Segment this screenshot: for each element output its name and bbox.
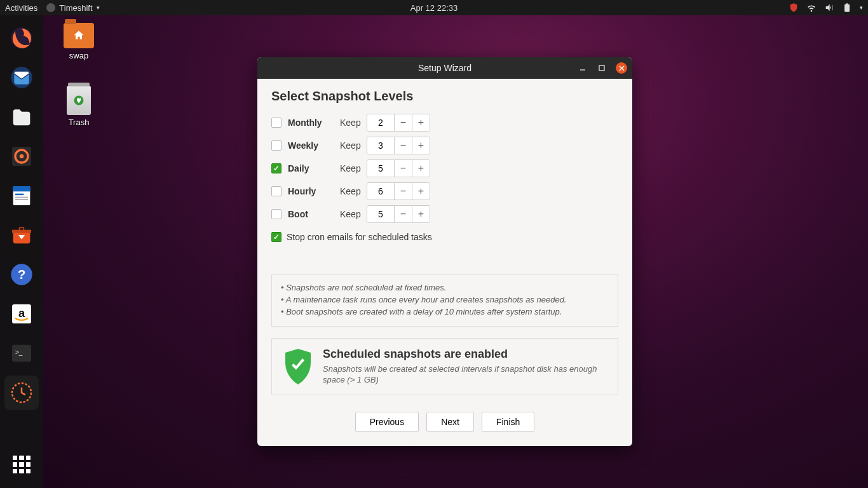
appmenu-label: Timeshift	[59, 3, 92, 13]
top-panel: Activities Timeshift ▾ Apr 12 22:33 ▾	[0, 0, 868, 15]
system-menu-chevron-icon[interactable]: ▾	[860, 4, 863, 11]
wifi-icon[interactable]	[806, 3, 817, 13]
svg-rect-20	[599, 65, 604, 71]
status-box: Scheduled snapshots are enabled Snapshot…	[271, 338, 618, 395]
level-label: Daily	[288, 163, 340, 173]
desktop-folder-swap[interactable]: swap	[64, 23, 94, 60]
keep-stepper: −+	[367, 205, 430, 223]
decrement-button[interactable]: −	[394, 114, 412, 131]
note-line: • A maintenance task runs once every hou…	[281, 294, 609, 306]
level-label: Weekly	[288, 140, 340, 151]
minimize-button[interactable]	[578, 63, 588, 73]
keep-stepper: −+	[367, 137, 430, 154]
folder-icon	[64, 23, 94, 48]
page-heading: Select Snapshot Levels	[271, 89, 618, 104]
cron-checkbox[interactable]	[271, 232, 281, 242]
dock-rhythmbox[interactable]	[4, 139, 39, 173]
level-row-weekly: WeeklyKeep−+	[271, 137, 618, 154]
increment-button[interactable]: +	[412, 137, 430, 154]
clock[interactable]: Apr 12 22:33	[410, 3, 458, 13]
battery-icon[interactable]	[842, 3, 852, 13]
dock-firefox[interactable]	[4, 21, 39, 55]
decrement-button[interactable]: −	[394, 160, 412, 177]
activities-button[interactable]: Activities	[5, 3, 37, 13]
level-row-monthly: MonthlyKeep−+	[271, 114, 618, 132]
dock-timeshift[interactable]	[4, 376, 39, 410]
keep-value-input[interactable]	[367, 114, 394, 131]
increment-button[interactable]: +	[412, 183, 430, 200]
shield-check-icon	[282, 349, 314, 384]
trash-icon	[67, 86, 91, 115]
level-checkbox[interactable]	[271, 118, 281, 128]
increment-button[interactable]: +	[412, 160, 430, 177]
keep-stepper: −+	[367, 114, 430, 132]
level-checkbox[interactable]	[271, 209, 281, 219]
dock-files[interactable]	[4, 100, 39, 134]
decrement-button[interactable]: −	[394, 183, 412, 200]
level-row-daily: DailyKeep−+	[271, 159, 618, 177]
dock: ? a >_	[0, 15, 43, 488]
apps-grid-icon	[13, 456, 31, 473]
dock-help[interactable]: ?	[4, 257, 39, 292]
level-label: Hourly	[288, 186, 340, 196]
keep-stepper: −+	[367, 159, 430, 177]
level-checkbox[interactable]	[271, 140, 281, 151]
notes-box: • Snapshots are not scheduled at fixed t…	[271, 274, 618, 327]
volume-icon[interactable]	[824, 3, 834, 13]
level-row-boot: BootKeep−+	[271, 205, 618, 223]
maximize-button[interactable]	[597, 63, 607, 73]
level-checkbox[interactable]	[271, 163, 281, 173]
desktop-trash[interactable]: Trash	[64, 86, 94, 127]
svg-text:a: a	[18, 306, 25, 320]
chevron-down-icon: ▾	[97, 4, 100, 11]
decrement-button[interactable]: −	[394, 137, 412, 154]
dock-thunderbird[interactable]	[4, 60, 39, 95]
increment-button[interactable]: +	[412, 114, 430, 131]
keep-label: Keep	[340, 186, 367, 196]
keep-value-input[interactable]	[367, 160, 394, 177]
dock-show-applications[interactable]	[4, 447, 39, 482]
dock-writer[interactable]	[4, 179, 39, 213]
window-title: Setup Wizard	[418, 63, 471, 73]
keep-value-input[interactable]	[367, 206, 394, 222]
keep-label: Keep	[340, 209, 367, 219]
desktop-icons: swap Trash	[64, 23, 94, 127]
previous-button[interactable]: Previous	[355, 412, 419, 432]
svg-text:>_: >_	[15, 349, 23, 356]
level-row-hourly: HourlyKeep−+	[271, 182, 618, 200]
dock-software[interactable]	[4, 218, 39, 252]
svg-rect-8	[15, 197, 28, 198]
shield-tray-icon[interactable]	[789, 3, 799, 13]
svg-rect-6	[13, 186, 31, 191]
svg-point-4	[20, 154, 24, 159]
level-label: Monthly	[288, 118, 340, 128]
svg-rect-9	[15, 199, 28, 200]
note-line: • Snapshots are not scheduled at fixed t…	[281, 282, 609, 294]
status-subtitle: Snapshots will be created at selected in…	[323, 363, 607, 386]
svg-rect-10	[20, 227, 24, 231]
appmenu-button[interactable]: Timeshift ▾	[46, 3, 99, 13]
keep-value-input[interactable]	[367, 137, 394, 154]
status-title: Scheduled snapshots are enabled	[323, 348, 607, 361]
decrement-button[interactable]: −	[394, 206, 412, 222]
note-line: • Boot snapshots are created with a dela…	[281, 306, 609, 318]
increment-button[interactable]: +	[412, 206, 430, 222]
svg-text:?: ?	[18, 268, 25, 281]
keep-label: Keep	[340, 140, 367, 151]
keep-value-input[interactable]	[367, 183, 394, 200]
next-button[interactable]: Next	[426, 412, 474, 432]
desktop-label: swap	[69, 51, 88, 60]
dock-amazon[interactable]: a	[4, 297, 39, 331]
level-checkbox[interactable]	[271, 186, 281, 196]
timeshift-panel-icon	[46, 3, 55, 12]
dock-terminal[interactable]: >_	[4, 336, 39, 370]
level-label: Boot	[288, 209, 340, 219]
close-button[interactable]	[616, 62, 627, 74]
svg-rect-7	[15, 194, 24, 196]
setup-wizard-window: Setup Wizard Select Snapshot Levels Mont…	[257, 57, 632, 446]
desktop-label: Trash	[69, 118, 90, 127]
cron-label: Stop cron emails for scheduled tasks	[287, 232, 432, 242]
keep-stepper: −+	[367, 182, 430, 200]
titlebar[interactable]: Setup Wizard	[257, 57, 632, 79]
finish-button[interactable]: Finish	[482, 412, 534, 432]
